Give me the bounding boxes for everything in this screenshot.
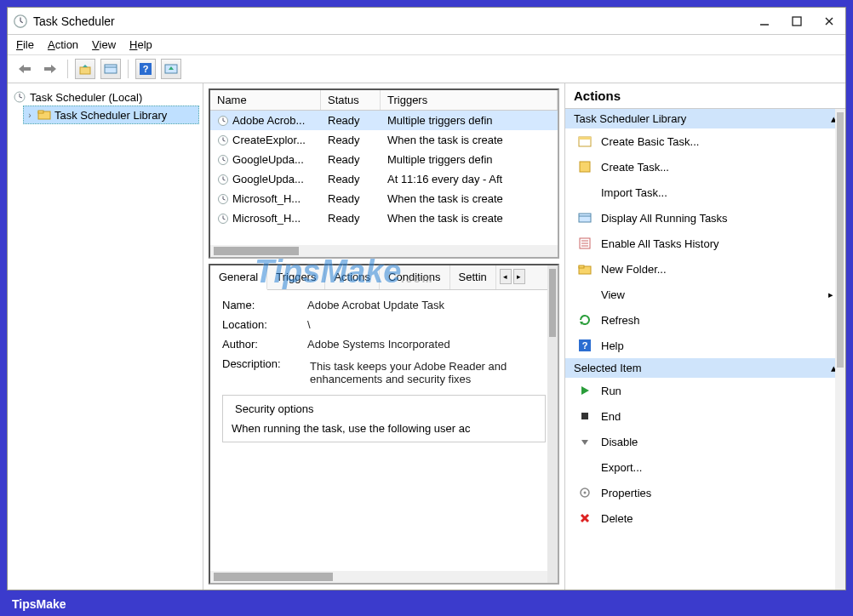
action-help[interactable]: ?Help — [565, 333, 845, 358]
action-icon: ? — [577, 338, 593, 353]
minimize-button[interactable] — [759, 15, 770, 27]
svg-rect-11 — [80, 67, 90, 74]
security-options-text: When running the task, use the following… — [232, 422, 536, 435]
action-icon — [577, 312, 593, 328]
menu-view[interactable]: View — [92, 38, 116, 51]
view-button[interactable] — [100, 59, 121, 79]
tab-conditions[interactable]: Conditions — [380, 265, 449, 289]
actions-vertical-scrollbar[interactable] — [835, 109, 845, 590]
svg-text:?: ? — [582, 340, 588, 351]
action-new-folder[interactable]: New Folder... — [565, 256, 845, 282]
action-refresh[interactable]: Refresh — [565, 307, 845, 333]
action-end[interactable]: End — [565, 403, 845, 429]
actions-body: Task Scheduler Library ▴ Create Basic Ta… — [565, 109, 845, 590]
action-create-task[interactable]: Create Task... — [565, 154, 845, 180]
svg-text:?: ? — [143, 64, 149, 74]
action-icon — [577, 459, 593, 475]
svg-marker-7 — [19, 65, 24, 73]
task-row[interactable]: Adobe Acrob...ReadyMultiple triggers def… — [210, 111, 558, 130]
action-icon — [577, 261, 593, 277]
field-value-author: Adobe Systems Incorporated — [307, 338, 546, 351]
menu-file[interactable]: File — [16, 38, 34, 51]
security-options-title: Security options — [232, 402, 318, 415]
action-create-basic-task[interactable]: Create Basic Task... — [565, 128, 845, 154]
clock-icon — [13, 90, 26, 104]
action-properties[interactable]: Properties — [565, 480, 845, 505]
clock-icon — [217, 174, 229, 185]
details-horizontal-scrollbar[interactable] — [210, 571, 558, 583]
up-folder-button[interactable] — [75, 59, 95, 79]
tree-pane: Task Scheduler (Local) › Task Scheduler … — [8, 83, 203, 590]
tab-settings[interactable]: Settin — [450, 265, 496, 289]
field-label-description: Description: — [222, 357, 307, 388]
actions-section-selected[interactable]: Selected Item ▴ — [565, 358, 845, 378]
main-area: Task Scheduler (Local) › Task Scheduler … — [8, 83, 845, 590]
chevron-right-icon: ▸ — [828, 289, 833, 300]
tab-scroll-left[interactable]: ◂ — [500, 269, 512, 284]
field-value-name[interactable]: Adobe Acrobat Update Task — [307, 299, 546, 311]
back-button[interactable] — [14, 59, 35, 79]
field-label-location: Location: — [222, 318, 307, 331]
detail-tabs: General Triggers Actions Conditions Sett… — [210, 265, 558, 290]
tab-triggers[interactable]: Triggers — [267, 265, 325, 289]
close-button[interactable] — [823, 15, 835, 27]
general-tab-body: Name: Adobe Acrobat Update Task Location… — [210, 290, 558, 571]
field-label-author: Author: — [222, 338, 307, 351]
maximize-button[interactable] — [791, 15, 803, 27]
clock-icon — [217, 154, 229, 166]
tree-root[interactable]: Task Scheduler (Local) — [11, 88, 199, 106]
action-export[interactable]: Export... — [565, 454, 845, 480]
tree-library-label: Task Scheduler Library — [54, 109, 167, 122]
actions-section-library[interactable]: Task Scheduler Library ▴ — [565, 109, 845, 128]
action-delete[interactable]: Delete — [565, 505, 845, 531]
forward-button[interactable] — [40, 59, 60, 79]
clock-icon — [217, 115, 229, 127]
col-status[interactable]: Status — [321, 90, 381, 110]
horizontal-scrollbar[interactable] — [210, 245, 558, 257]
action-icon — [577, 510, 593, 526]
task-row[interactable]: GoogleUpda...ReadyAt 11:16 every day - A… — [210, 169, 558, 189]
tab-general[interactable]: General — [210, 265, 267, 290]
action-display-all-running-tasks[interactable]: Display All Running Tasks — [565, 205, 845, 231]
action-disable[interactable]: Disable — [565, 429, 845, 454]
app-icon — [13, 14, 28, 29]
svg-rect-57 — [581, 413, 588, 419]
tree-library[interactable]: › Task Scheduler Library — [23, 106, 199, 124]
tab-scroll-right[interactable]: ▸ — [513, 269, 525, 284]
svg-marker-58 — [581, 440, 588, 445]
actions-pane: Actions Task Scheduler Library ▴ Create … — [564, 83, 845, 590]
field-value-description[interactable]: This task keeps your Adobe Reader and en… — [307, 357, 546, 388]
svg-marker-9 — [51, 65, 56, 73]
clock-icon — [217, 193, 229, 205]
middle-pane: Name Status Triggers Adobe Acrob...Ready… — [203, 83, 564, 590]
svg-point-60 — [584, 492, 587, 494]
action-import-task[interactable]: Import Task... — [565, 180, 845, 205]
action-enable-all-tasks-history[interactable]: Enable All Tasks History — [565, 231, 845, 256]
action-view[interactable]: View▸ — [565, 282, 845, 307]
action-run[interactable]: Run — [565, 378, 845, 403]
task-row[interactable]: GoogleUpda...ReadyMultiple triggers defi… — [210, 150, 558, 169]
action-icon — [577, 485, 593, 500]
menu-action[interactable]: Action — [48, 38, 78, 51]
clock-icon — [217, 134, 229, 146]
tab-actions[interactable]: Actions — [325, 265, 380, 289]
folder-icon — [37, 108, 51, 122]
details-vertical-scrollbar[interactable] — [547, 265, 559, 583]
title-bar: Task Scheduler — [8, 8, 845, 35]
col-name[interactable]: Name — [210, 90, 321, 110]
help-button[interactable]: ? — [135, 59, 156, 79]
task-row[interactable]: CreateExplor...ReadyWhen the task is cre… — [210, 130, 558, 150]
task-row[interactable]: Microsoft_H...ReadyWhen the task is crea… — [210, 208, 558, 228]
extra-button[interactable] — [161, 59, 181, 79]
col-triggers[interactable]: Triggers — [381, 90, 558, 110]
svg-rect-4 — [793, 17, 801, 26]
menu-help[interactable]: Help — [129, 38, 152, 51]
footer-brand: TipsMake — [12, 597, 66, 611]
expander-icon[interactable]: › — [26, 111, 34, 120]
field-value-location: \ — [307, 318, 546, 331]
actions-title: Actions — [565, 83, 845, 109]
action-icon — [577, 159, 593, 174]
action-icon — [577, 236, 593, 251]
task-row[interactable]: Microsoft_H...ReadyWhen the task is crea… — [210, 189, 558, 208]
action-icon — [577, 434, 593, 449]
